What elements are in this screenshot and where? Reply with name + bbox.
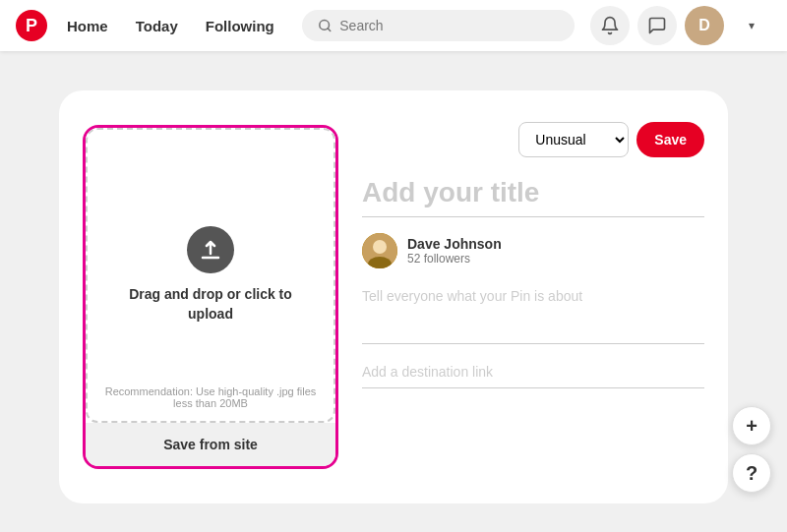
upload-arrow-icon — [199, 238, 222, 262]
user-followers: 52 followers — [407, 252, 502, 266]
upload-panel[interactable]: Drag and drop or click to upload Recomme… — [83, 125, 338, 469]
nav-following[interactable]: Following — [194, 10, 286, 42]
pin-details-panel: Unusual Favourites Art Design Travel Sav… — [362, 114, 704, 480]
svg-line-1 — [328, 29, 331, 31]
avatar — [362, 233, 397, 268]
top-navigation: P Home Today Following D ▾ — [0, 0, 787, 51]
search-input[interactable] — [339, 18, 559, 33]
bell-icon — [600, 16, 620, 35]
top-controls: Unusual Favourites Art Design Travel Sav… — [362, 122, 704, 157]
messages-button[interactable] — [637, 6, 677, 45]
svg-point-8 — [373, 240, 387, 254]
search-icon — [318, 18, 333, 33]
upload-icon — [187, 226, 234, 273]
user-row: Dave Johnson 52 followers — [362, 233, 704, 268]
header-icons: D ▾ — [590, 6, 771, 45]
user-name: Dave Johnson — [407, 236, 502, 252]
save-pin-button[interactable]: Save — [636, 122, 704, 157]
floating-buttons: + ? — [732, 406, 771, 493]
upload-recommendation: Recommendation: Use high-quality .jpg fi… — [88, 385, 333, 409]
save-from-site-button[interactable]: Save from site — [86, 423, 335, 466]
floating-help-button[interactable]: ? — [732, 453, 771, 493]
nav-home[interactable]: Home — [55, 10, 120, 42]
title-input[interactable] — [362, 177, 704, 217]
pinterest-logo[interactable]: P — [16, 10, 47, 41]
destination-link-input[interactable] — [362, 364, 704, 388]
nav-today[interactable]: Today — [124, 10, 190, 42]
main-content: Drag and drop or click to upload Recomme… — [0, 51, 787, 532]
search-bar[interactable] — [302, 10, 575, 41]
create-pin-card: Drag and drop or click to upload Recomme… — [59, 90, 728, 503]
board-select[interactable]: Unusual Favourites Art Design Travel — [518, 122, 629, 157]
user-menu-chevron[interactable]: ▾ — [732, 6, 771, 45]
user-avatar-button[interactable]: D — [685, 6, 724, 45]
floating-plus-button[interactable]: + — [732, 406, 771, 445]
description-input[interactable] — [362, 288, 704, 344]
notifications-button[interactable] — [590, 6, 630, 45]
nav-links: Home Today Following — [55, 10, 286, 42]
upload-area[interactable]: Drag and drop or click to upload Recomme… — [86, 128, 335, 423]
chat-icon — [647, 16, 667, 35]
user-avatar-image — [362, 233, 397, 268]
user-info: Dave Johnson 52 followers — [407, 236, 502, 266]
upload-main-text: Drag and drop or click to upload — [111, 285, 310, 324]
